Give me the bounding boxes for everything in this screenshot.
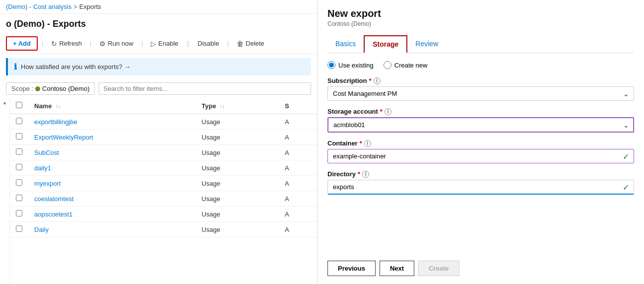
row-status: A	[279, 191, 317, 207]
type-sort-icon[interactable]: ↑↓	[220, 104, 225, 109]
row-type: Usage	[195, 130, 279, 145]
tab-storage[interactable]: Storage	[364, 35, 407, 53]
row-checkbox-cell[interactable]	[10, 160, 28, 176]
row-name-link[interactable]: SubCost	[34, 149, 59, 156]
subscription-label: Subscription * i	[327, 77, 634, 84]
row-status: A	[279, 160, 317, 176]
row-checkbox-cell[interactable]	[10, 130, 28, 145]
row-checkbox-cell[interactable]	[10, 222, 28, 237]
action-buttons: Previous Next Create	[327, 253, 634, 276]
container-info-icon[interactable]: i	[364, 140, 371, 147]
row-status: A	[279, 207, 317, 222]
directory-info-icon[interactable]: i	[362, 171, 369, 178]
toolbar-separator-1: |	[42, 40, 43, 47]
directory-input[interactable]	[327, 180, 634, 195]
row-name-link[interactable]: Daily	[34, 226, 49, 233]
row-status: A	[279, 114, 317, 130]
scope-selector[interactable]: Scope : Contoso (Demo)	[6, 82, 95, 95]
previous-button[interactable]: Previous	[327, 261, 376, 276]
storage-account-label: Storage account * i	[327, 108, 634, 115]
name-column-header[interactable]: Name ↑↓	[28, 98, 195, 114]
row-checkbox[interactable]	[16, 164, 22, 170]
row-name-link[interactable]: daily1	[34, 164, 51, 172]
add-button[interactable]: + Add	[6, 36, 38, 51]
row-status: A	[279, 130, 317, 145]
row-name-link[interactable]: exportbillingjbe	[34, 118, 77, 126]
scroll-up-arrow[interactable]: ▲	[0, 98, 9, 107]
row-checkbox-cell[interactable]	[10, 114, 28, 130]
scope-prefix: Scope :	[11, 85, 33, 92]
search-input[interactable]	[99, 82, 311, 95]
storage-account-required: *	[380, 108, 383, 115]
row-checkbox[interactable]	[16, 133, 22, 140]
row-checkbox[interactable]	[16, 148, 22, 155]
row-checkbox-cell[interactable]	[10, 191, 28, 207]
container-input[interactable]	[327, 149, 634, 163]
next-button[interactable]: Next	[380, 261, 414, 276]
table-row: ExportWeeklyReport Usage A	[10, 130, 317, 145]
row-status: A	[279, 176, 317, 191]
info-banner-text[interactable]: How satisfied are you with exports? →	[21, 63, 130, 71]
row-name: aopscoetest1	[28, 207, 195, 222]
subscription-select[interactable]: Cost Management PM	[327, 86, 634, 101]
row-type: Usage	[195, 176, 279, 191]
refresh-icon: ↻	[51, 40, 57, 48]
table-row: Daily Usage A	[10, 222, 317, 237]
status-column-header[interactable]: S	[279, 98, 317, 114]
delete-button[interactable]: 🗑 Delete	[233, 37, 268, 50]
row-name-link[interactable]: aopscoetest1	[34, 211, 72, 218]
row-name: SubCost	[28, 145, 195, 160]
row-checkbox-cell[interactable]	[10, 176, 28, 191]
row-name: exportbillingjbe	[28, 114, 195, 130]
enable-button[interactable]: ▷ Enable	[147, 37, 182, 50]
breadcrumb: (Demo) - Cost analysis > Exports	[0, 0, 317, 14]
info-banner: ℹ How satisfied are you with exports? →	[6, 58, 311, 75]
row-name-link[interactable]: coeslalomtest	[34, 195, 73, 203]
container-required: *	[360, 140, 362, 147]
tab-review[interactable]: Review	[407, 35, 446, 53]
breadcrumb-parent[interactable]: (Demo) - Cost analysis	[6, 3, 71, 10]
storage-account-select[interactable]: acmblob01	[327, 117, 634, 133]
row-checkbox[interactable]	[16, 225, 22, 232]
use-existing-option[interactable]: Use existing	[327, 61, 374, 69]
row-checkbox[interactable]	[16, 179, 22, 186]
right-panel: New export Contoso (Demo) Basics Storage…	[318, 0, 644, 284]
row-type: Usage	[195, 207, 279, 222]
row-checkbox-cell[interactable]	[10, 145, 28, 160]
select-all-header[interactable]	[10, 98, 28, 114]
row-name-link[interactable]: myexport	[34, 180, 61, 187]
create-new-radio[interactable]	[384, 61, 391, 69]
run-now-button[interactable]: ⚙ Run now	[95, 37, 137, 50]
directory-label: Directory * i	[327, 170, 634, 178]
directory-check-icon: ✓	[623, 183, 629, 192]
type-column-header[interactable]: Type ↑↓	[195, 98, 279, 114]
run-icon: ⚙	[99, 40, 106, 48]
create-button: Create	[418, 261, 459, 276]
name-sort-icon[interactable]: ↑↓	[56, 104, 61, 109]
row-checkbox-cell[interactable]	[10, 207, 28, 222]
use-existing-radio[interactable]	[327, 61, 335, 69]
disable-button[interactable]: Disable	[193, 37, 223, 50]
refresh-button[interactable]: ↻ Refresh	[47, 37, 86, 50]
subscription-field: Subscription * i Cost Management PM	[327, 77, 634, 101]
row-checkbox[interactable]	[16, 195, 22, 201]
scope-dot-icon	[35, 86, 40, 91]
create-new-option[interactable]: Create new	[384, 61, 427, 69]
panel-subtitle: Contoso (Demo)	[327, 20, 634, 27]
table-row: SubCost Usage A	[10, 145, 317, 160]
delete-icon: 🗑	[237, 40, 244, 48]
select-all-checkbox[interactable]	[16, 102, 22, 108]
row-checkbox[interactable]	[16, 210, 22, 216]
storage-account-info-icon[interactable]: i	[385, 108, 391, 115]
scope-name: Contoso (Demo)	[42, 85, 89, 92]
row-checkbox[interactable]	[16, 118, 22, 124]
row-name-link[interactable]: ExportWeeklyReport	[34, 134, 93, 141]
directory-required: *	[358, 170, 360, 178]
row-type: Usage	[195, 191, 279, 207]
tab-basics[interactable]: Basics	[327, 35, 364, 53]
storage-account-field: Storage account * i acmblob01	[327, 108, 634, 133]
toolbar-separator-4: ||	[187, 40, 190, 47]
exports-table: Name ↑↓ Type ↑↓ S exportbillingjbe	[10, 98, 317, 284]
filter-bar: Scope : Contoso (Demo)	[0, 79, 317, 98]
subscription-info-icon[interactable]: i	[374, 77, 381, 84]
